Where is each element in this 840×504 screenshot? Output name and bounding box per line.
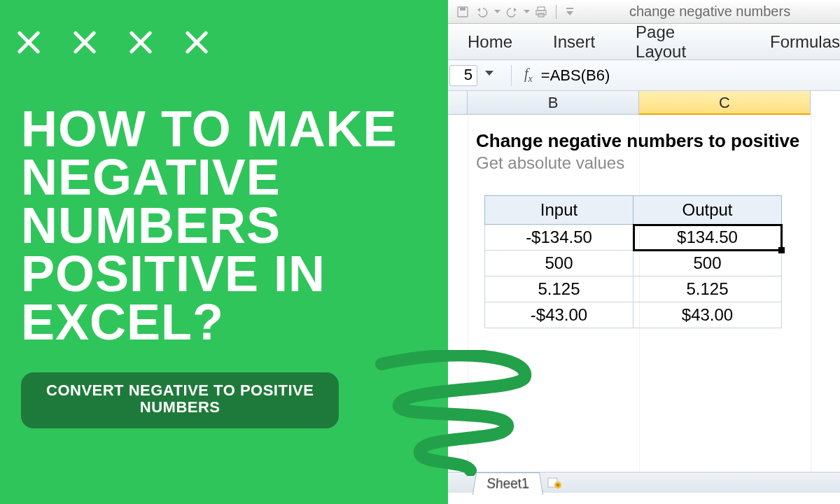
formula-input[interactable]: [541, 65, 840, 86]
insert-sheet-icon[interactable]: [547, 475, 562, 490]
x-icon-row: [14, 28, 427, 57]
tab-formulas[interactable]: Formulas: [770, 32, 840, 52]
tab-insert[interactable]: Insert: [553, 32, 595, 52]
cell-input[interactable]: -$134.50: [485, 225, 634, 251]
table-row: -$134.50 $134.50: [485, 225, 782, 251]
qat-customize-icon[interactable]: [561, 5, 579, 19]
select-all-corner[interactable]: [448, 91, 468, 115]
promo-subtitle-line1: CONVERT NEGATIVE TO POSITIVE: [46, 382, 314, 399]
separator: [511, 65, 512, 86]
column-header-row: B C: [448, 91, 840, 115]
body-content: Change negative numbers to positive Get …: [476, 130, 840, 328]
fx-icon[interactable]: fx: [524, 66, 533, 85]
header-input[interactable]: Input: [485, 196, 634, 225]
cell-output[interactable]: $43.00: [634, 302, 782, 328]
tab-page-layout[interactable]: Page Layout: [636, 22, 729, 62]
table-row: 500 500: [485, 251, 782, 276]
cell-output-selected[interactable]: $134.50: [634, 225, 782, 251]
cell-output[interactable]: 5.125: [634, 276, 782, 302]
chevron-down-icon[interactable]: [493, 5, 501, 19]
svg-rect-2: [538, 7, 545, 10]
column-header-B[interactable]: B: [468, 91, 639, 115]
cell-input[interactable]: 500: [485, 251, 634, 276]
formula-bar: 5 fx: [448, 60, 840, 91]
table-row: 5.125 5.125: [485, 276, 782, 302]
titlebar: change negative numbers: [448, 0, 840, 24]
tab-home[interactable]: Home: [468, 32, 512, 52]
promo-headline: HOW TO MAKE NEGATIVE NUMBERS POSITIVE IN…: [21, 105, 427, 347]
name-box-dropdown-icon[interactable]: [483, 68, 498, 83]
data-table: Input Output -$134.50 $134.50 500 500 5.…: [484, 195, 782, 328]
svg-point-8: [556, 484, 560, 487]
table-row: -$43.00 $43.00: [485, 302, 782, 328]
redo-icon[interactable]: [503, 5, 521, 19]
column-header-C[interactable]: C: [639, 91, 811, 115]
scribble-decoration: [350, 350, 546, 476]
print-icon[interactable]: [532, 5, 550, 19]
promo-subtitle-line2: NUMBERS: [140, 398, 220, 416]
promo-subtitle: CONVERT NEGATIVE TO POSITIVE NUMBERS: [21, 372, 339, 428]
chevron-down-icon[interactable]: [522, 5, 531, 19]
cell-output[interactable]: 500: [634, 251, 782, 276]
sheet-body-subtitle: Get absolute values: [476, 153, 840, 173]
svg-rect-5: [566, 8, 573, 9]
separator: [556, 5, 556, 19]
x-icon: [182, 28, 211, 57]
cell-value: $134.50: [677, 227, 738, 246]
svg-rect-3: [536, 10, 546, 15]
cell-input[interactable]: -$43.00: [485, 302, 634, 328]
x-icon: [14, 28, 43, 57]
x-icon: [126, 28, 155, 57]
x-icon: [70, 28, 99, 57]
table-header-row: Input Output: [485, 196, 782, 225]
header-output[interactable]: Output: [634, 196, 782, 225]
svg-rect-1: [460, 8, 465, 10]
sheet-body-title: Change negative numbers to positive: [476, 130, 840, 152]
ribbon: Home Insert Page Layout Formulas: [448, 24, 840, 60]
name-box[interactable]: 5: [449, 65, 477, 86]
undo-icon[interactable]: [473, 5, 491, 19]
save-icon[interactable]: [454, 5, 472, 19]
cell-input[interactable]: 5.125: [485, 276, 634, 302]
fill-handle[interactable]: [778, 247, 785, 253]
window-title: change negative numbers: [629, 4, 790, 20]
